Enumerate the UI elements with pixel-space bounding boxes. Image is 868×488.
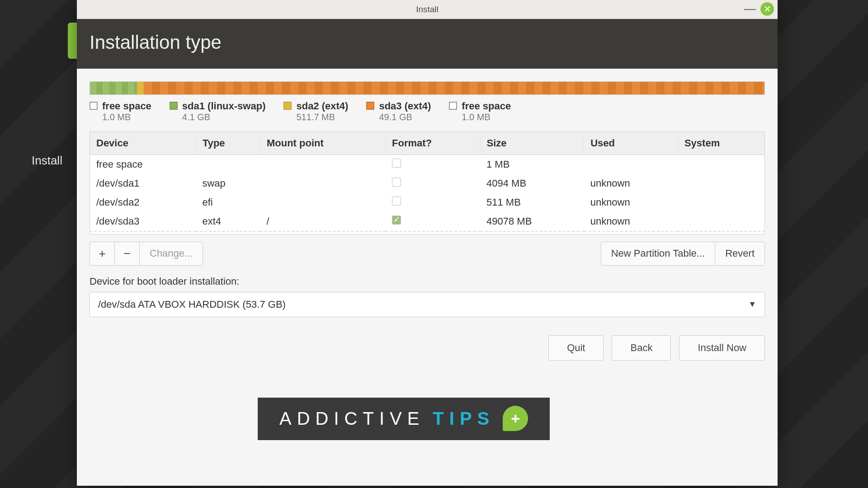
back-button[interactable]: Back [612, 335, 671, 361]
minimize-icon[interactable]: — [744, 2, 756, 16]
wizard-footer: Quit Back Install Now [90, 335, 765, 361]
cell-mount [260, 193, 385, 212]
bootloader-label: Device for boot loader installation: [90, 276, 765, 287]
cell-system [678, 212, 764, 231]
legend-sda1: sda1 (linux-swap) 4.1 GB [170, 100, 266, 122]
legend-label: sda3 (ext4) [379, 100, 431, 112]
revert-button[interactable]: Revert [715, 242, 765, 266]
cell-size: 49078 MB [480, 212, 584, 231]
cell-mount [260, 174, 385, 193]
cell-type: ext4 [196, 212, 260, 231]
legend-swatch-icon [90, 102, 98, 110]
legend-label: free space [102, 100, 151, 112]
col-device[interactable]: Device [90, 132, 196, 155]
legend-sda2: sda2 (ext4) 511.7 MB [283, 100, 348, 122]
add-partition-button[interactable]: + [90, 242, 115, 266]
legend-sda3: sda3 (ext4) 49.1 GB [366, 100, 431, 122]
cell-used: unknown [584, 193, 678, 212]
remove-partition-button[interactable]: − [114, 242, 140, 266]
format-checkbox[interactable] [392, 178, 401, 187]
partition-legend: free space 1.0 MB sda1 (linux-swap) 4.1 … [90, 100, 765, 122]
table-row[interactable]: free space1 MB [90, 155, 765, 174]
col-size[interactable]: Size [480, 132, 584, 155]
cell-device: /dev/sda1 [90, 174, 196, 193]
legend-free1: free space 1.0 MB [90, 100, 151, 122]
col-type[interactable]: Type [196, 132, 260, 155]
cell-system [678, 193, 764, 212]
legend-size: 511.7 MB [296, 112, 348, 122]
legend-label: free space [462, 100, 511, 112]
partition-bar[interactable] [90, 81, 765, 95]
table-row[interactable]: /dev/sda3ext4/49078 MBunknown [90, 212, 765, 231]
partition-tools-left: + − Change... [90, 242, 203, 266]
cell-format[interactable] [386, 193, 480, 212]
cell-size: 511 MB [480, 193, 584, 212]
bootloader-device-select[interactable]: /dev/sda ATA VBOX HARDDISK (53.7 GB) ▼ [90, 292, 765, 317]
change-partition-button[interactable]: Change... [139, 242, 203, 266]
legend-size: 4.1 GB [182, 112, 266, 122]
legend-swatch-icon [366, 102, 374, 110]
format-checkbox[interactable] [392, 216, 401, 225]
cell-format[interactable] [386, 174, 480, 193]
col-used[interactable]: Used [584, 132, 678, 155]
new-partition-table-button[interactable]: New Partition Table... [601, 242, 715, 266]
cell-format[interactable] [386, 155, 480, 174]
legend-size: 49.1 GB [379, 112, 431, 122]
col-system[interactable]: System [678, 132, 764, 155]
cell-type [196, 155, 260, 174]
legend-size: 1.0 MB [102, 112, 151, 122]
cell-size: 4094 MB [480, 174, 584, 193]
cell-format[interactable] [386, 212, 480, 231]
chevron-down-icon: ▼ [748, 300, 756, 309]
table-row[interactable]: /dev/sda2efi511 MBunknown [90, 193, 765, 212]
cell-system [678, 155, 764, 174]
format-checkbox[interactable] [392, 197, 401, 206]
format-checkbox[interactable] [392, 159, 401, 168]
cell-mount: / [260, 212, 385, 231]
window-title: Install [416, 5, 439, 14]
quit-button[interactable]: Quit [548, 335, 604, 361]
col-format[interactable]: Format? [386, 132, 480, 155]
titlebar[interactable]: Install — ✕ [77, 0, 778, 19]
partition-seg-sda3[interactable] [144, 82, 764, 94]
watermark-text-a: ADDICTIVE [279, 408, 425, 429]
page-title: Installation type [77, 19, 778, 69]
legend-swatch-icon [283, 102, 292, 110]
plus-icon: + [503, 406, 528, 431]
col-mount[interactable]: Mount point [260, 132, 385, 155]
table-row[interactable]: /dev/sda1swap4094 MBunknown [90, 174, 765, 193]
cell-system [678, 174, 764, 193]
install-now-button[interactable]: Install Now [679, 335, 765, 361]
watermark-banner: ADDICTIVE TIPS + [258, 398, 550, 440]
bootloader-value: /dev/sda ATA VBOX HARDDISK (53.7 GB) [98, 299, 286, 310]
cell-type: efi [196, 193, 260, 212]
cell-used [584, 155, 678, 174]
cell-device: /dev/sda2 [90, 193, 196, 212]
legend-size: 1.0 MB [462, 112, 511, 122]
watermark-text-b: TIPS [433, 408, 495, 429]
legend-swatch-icon [449, 102, 457, 110]
desktop-label-fragment: Install [32, 154, 62, 168]
partition-seg-sda2[interactable] [137, 82, 144, 94]
cell-used: unknown [584, 212, 678, 231]
partition-table[interactable]: Device Type Mount point Format? Size Use… [90, 131, 765, 235]
cell-size: 1 MB [480, 155, 584, 174]
legend-swatch-icon [170, 102, 178, 110]
cell-used: unknown [584, 174, 678, 193]
legend-label: sda1 (linux-swap) [182, 100, 266, 112]
cell-device: /dev/sda3 [90, 212, 196, 231]
legend-label: sda2 (ext4) [296, 100, 348, 112]
cell-device: free space [90, 155, 196, 174]
partition-tools-right: New Partition Table... Revert [601, 242, 765, 266]
partition-seg-sda1[interactable] [90, 82, 137, 94]
cell-mount [260, 155, 385, 174]
close-icon[interactable]: ✕ [760, 2, 774, 16]
cell-type: swap [196, 174, 260, 193]
legend-free2: free space 1.0 MB [449, 100, 511, 122]
